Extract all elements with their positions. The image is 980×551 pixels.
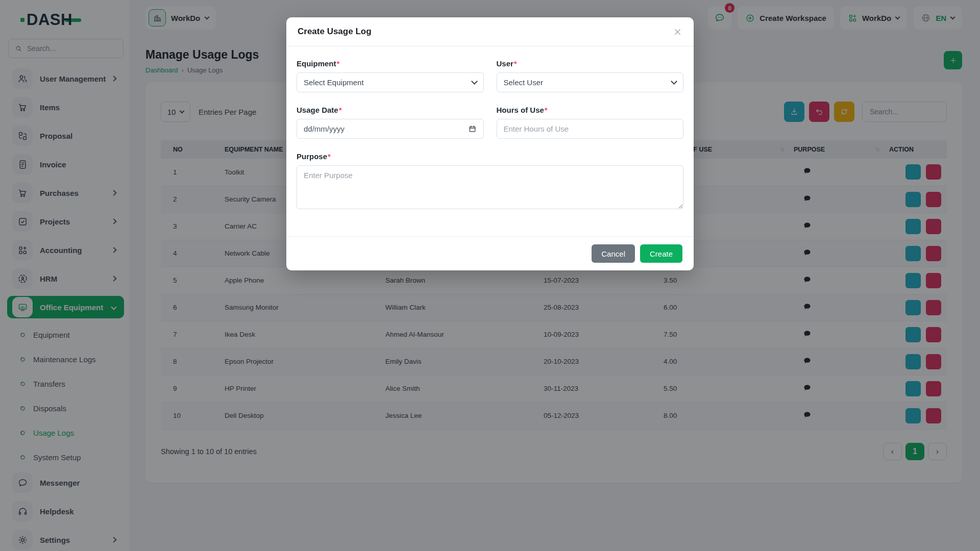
usage-date-label: Usage Date*: [297, 106, 484, 114]
required-marker: *: [337, 59, 340, 68]
required-marker: *: [339, 106, 342, 114]
chevron-down-icon: [471, 78, 478, 85]
usage-date-input[interactable]: dd/mm/yyyy: [297, 119, 484, 139]
chevron-down-icon: [671, 78, 677, 85]
user-select[interactable]: Select User: [497, 72, 684, 92]
equipment-label: Equipment*: [297, 59, 484, 68]
hours-of-use-field: Hours of Use*: [497, 106, 684, 139]
modal-footer: Cancel Create: [286, 236, 694, 270]
equipment-select[interactable]: Select Equipment: [297, 72, 484, 92]
required-marker: *: [545, 106, 548, 114]
hours-of-use-input[interactable]: [497, 119, 684, 139]
user-select-value: Select User: [504, 78, 544, 87]
required-marker: *: [514, 59, 517, 68]
purpose-textarea[interactable]: [297, 165, 683, 209]
close-icon[interactable]: [673, 27, 682, 37]
modal-body: Equipment* Select Equipment User* Select…: [286, 46, 694, 209]
modal-header: Create Usage Log: [286, 17, 694, 46]
equipment-field: Equipment* Select Equipment: [297, 59, 484, 92]
create-usage-log-modal: Create Usage Log Equipment* Select Equip…: [286, 17, 694, 270]
cancel-button[interactable]: Cancel: [592, 244, 635, 263]
purpose-label: Purpose*: [297, 152, 683, 161]
usage-date-field: Usage Date* dd/mm/yyyy: [297, 106, 484, 139]
required-marker: *: [328, 152, 331, 161]
create-button[interactable]: Create: [640, 244, 682, 263]
calendar-icon[interactable]: [468, 124, 477, 133]
purpose-field: Purpose*: [297, 152, 683, 209]
modal-title: Create Usage Log: [298, 27, 372, 37]
usage-date-value: dd/mm/yyyy: [304, 124, 345, 133]
equipment-select-value: Select Equipment: [304, 78, 364, 87]
user-label: User*: [497, 59, 684, 68]
hours-of-use-label: Hours of Use*: [497, 106, 684, 114]
user-field: User* Select User: [497, 59, 684, 92]
